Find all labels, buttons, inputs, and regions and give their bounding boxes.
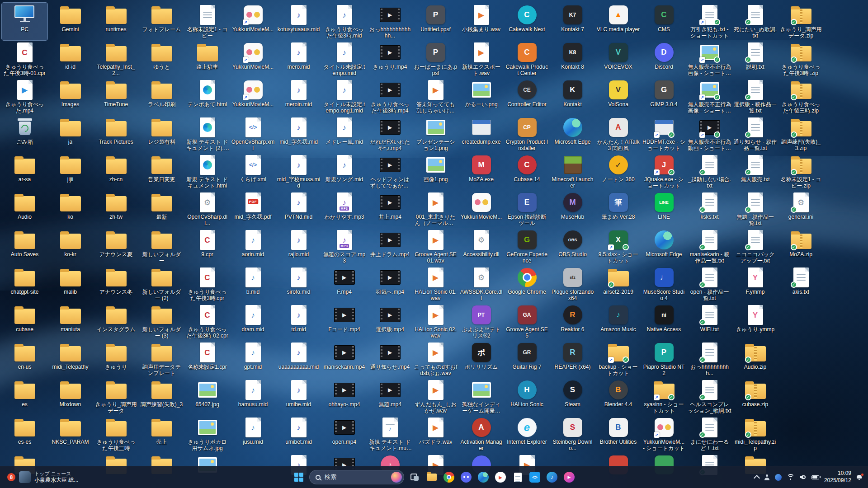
desktop-icon[interactable]: PC bbox=[2, 3, 47, 40]
desktop-icon[interactable]: CEController Editor bbox=[504, 78, 550, 115]
desktop-icon[interactable]: ♪b.mid bbox=[230, 265, 276, 303]
desktop-icon[interactable]: ja bbox=[47, 115, 93, 153]
desktop-icon[interactable]: PUntitled.ppsf bbox=[413, 3, 458, 40]
desktop-icon[interactable]: ▶↗✓無人販売不正行為動画 - ショートカット bbox=[687, 115, 732, 153]
desktop-icon[interactable]: ▶おっhhhhhhhhhhhh... bbox=[367, 3, 413, 40]
desktop-icon[interactable]: ↗✓HDDFMT.exe - ショートカット bbox=[641, 115, 687, 153]
desktop-icon[interactable]: 65407.jpg bbox=[184, 378, 230, 415]
desktop-icon[interactable]: ✓死にたい_ぬ歌詞.txt bbox=[732, 3, 778, 40]
desktop-icon[interactable]: jijii bbox=[47, 153, 93, 190]
desktop-icon[interactable]: ✓おっhhhhhhhhhh... bbox=[687, 340, 732, 378]
tray-user-icon[interactable] bbox=[764, 474, 770, 480]
desktop-icon[interactable]: J↗✓JQuake.exe - ショートカット bbox=[641, 153, 687, 190]
desktop-icon[interactable]: LINELINE bbox=[641, 190, 687, 228]
desktop-icon[interactable]: ♪jusu.mid bbox=[230, 415, 276, 453]
desktop-icon[interactable]: C名称未設定1.cpr bbox=[184, 340, 230, 378]
desktop-icon[interactable]: ♪meroin.mid bbox=[276, 78, 321, 115]
desktop-icon[interactable]: ✓manisekarin - 親作品一覧.txt bbox=[687, 228, 732, 265]
desktop-icon[interactable]: ▶バズドラ.wav bbox=[413, 415, 458, 453]
desktop-icon[interactable]: EEpson 接続診断ツール bbox=[504, 190, 550, 228]
desktop-icon[interactable]: ✓ksks.txt bbox=[687, 190, 732, 228]
desktop-icon[interactable]: ▶無題.mp4 bbox=[367, 378, 413, 415]
desktop-icon[interactable]: chatgpt-site bbox=[2, 265, 47, 303]
desktop-icon[interactable]: cubase bbox=[2, 303, 47, 340]
desktop-icon[interactable]: ↗✓無人販売不正行為画像 - ショートカッ... bbox=[687, 40, 732, 78]
desktop-icon[interactable]: GAGroove Agent SE 5 bbox=[504, 303, 550, 340]
desktop-icon[interactable]: Yきゅうり.ymmp bbox=[732, 303, 778, 340]
desktop-icon[interactable]: ✓ニコニコバックアップ一.txt bbox=[732, 228, 778, 265]
desktop-icon[interactable]: MMuseHub bbox=[550, 190, 595, 228]
desktop-icon[interactable]: アナウンス夏 bbox=[93, 228, 139, 265]
desktop-icon[interactable]: 孤独なインディーゲーム開発者の一生... bbox=[458, 378, 504, 415]
desktop-icon[interactable]: ごみ箱 bbox=[2, 115, 47, 153]
taskbar-app-media-player[interactable] bbox=[492, 468, 509, 486]
desktop-icon[interactable]: RREAPER (x64) bbox=[550, 340, 595, 378]
desktop-icon[interactable]: ▲VLC media player bbox=[595, 3, 641, 40]
taskbar-app-microsoft-edge[interactable] bbox=[475, 468, 492, 486]
desktop-icon[interactable]: ↗YukkuriMovieM... - ショートカット bbox=[641, 415, 687, 453]
desktop-icon[interactable]: Track Pictures bbox=[93, 115, 139, 153]
desktop-icon[interactable]: 名称未設定1 - コピー bbox=[184, 3, 230, 40]
desktop-icon[interactable]: ko bbox=[47, 190, 93, 228]
desktop-icon[interactable]: ▶羽気へ.mp4 bbox=[367, 265, 413, 303]
desktop-icon[interactable]: ▶HALion Sonic 02.wav bbox=[413, 303, 458, 340]
desktop-icon[interactable]: ✓open - 親作品一覧.txt bbox=[687, 265, 732, 303]
taskbar-app-notepad[interactable] bbox=[509, 468, 526, 486]
desktop-icon[interactable]: ar-sa bbox=[2, 153, 47, 190]
desktop-icon[interactable]: Gemini bbox=[47, 3, 93, 40]
desktop-icon[interactable]: ✓調声練習(失敗)_3.zip bbox=[778, 115, 824, 153]
desktop-icon[interactable]: DDiscord bbox=[641, 40, 687, 78]
desktop-icon[interactable]: ♩MuseScore Studio 4 bbox=[641, 265, 687, 303]
desktop-icon[interactable]: ▶こってものdすおfdsbぶぉ.wav bbox=[413, 340, 458, 378]
desktop-icon[interactable]: ✓無人販売.txt bbox=[732, 153, 778, 190]
desktop-icon[interactable]: VVOICEVOX bbox=[595, 40, 641, 78]
desktop-icon[interactable]: C9.cpr bbox=[184, 228, 230, 265]
desktop-icon[interactable]: ♪きゅうり食べった午後3時.mid bbox=[321, 3, 367, 40]
desktop-icon[interactable]: ✓MoZA.zip bbox=[778, 228, 824, 265]
desktop-icon[interactable]: Google Chrome bbox=[504, 265, 550, 303]
desktop-icon[interactable]: AActivation Manager bbox=[458, 415, 504, 453]
desktop-icon[interactable]: ▶ヘッドフォンはずしてでぁかつin.mp4 bbox=[367, 153, 413, 190]
desktop-icon[interactable]: BBrother Utilities bbox=[595, 415, 641, 453]
desktop-icon[interactable]: ↗YukkuriMovieM... bbox=[230, 78, 276, 115]
desktop-icon[interactable]: Cきゅうり食べった午後3時-02.cpr bbox=[184, 303, 230, 340]
desktop-icon[interactable]: es bbox=[2, 378, 47, 415]
desktop-icon[interactable]: Microsoft Edge bbox=[550, 115, 595, 153]
desktop-icon[interactable]: PPiapro Studio NT2 bbox=[641, 340, 687, 378]
desktop-icon[interactable]: ▶Groove Agent SE 01.wav bbox=[413, 228, 458, 265]
desktop-icon[interactable]: ✓選択版 - 親作品一覧.txt bbox=[732, 78, 778, 115]
desktop-icon[interactable]: ▶通り知らせ.mp4 bbox=[367, 340, 413, 378]
desktop-icon[interactable]: ▶open.mp4 bbox=[321, 415, 367, 453]
desktop-icon[interactable]: ♪新規ソング.mid bbox=[321, 153, 367, 190]
desktop-icon[interactable]: OBSOBS Studio bbox=[550, 228, 595, 265]
taskbar-app-discord[interactable] bbox=[458, 468, 475, 486]
desktop-icon[interactable]: </>くらげ.xml bbox=[230, 153, 276, 190]
desktop-icon[interactable]: ▶きゅうり.mp4 bbox=[367, 40, 413, 78]
desktop-icon[interactable]: プレゼンテーション1.png bbox=[413, 115, 458, 153]
desktop-icon[interactable]: ♪メドレー風.mid bbox=[321, 115, 367, 153]
desktop-icon[interactable]: ラベル印刷 bbox=[139, 78, 184, 115]
volume-icon[interactable] bbox=[800, 474, 807, 480]
desktop-icon[interactable]: HHALion Sonic bbox=[504, 378, 550, 415]
desktop-icon[interactable]: maniuta bbox=[47, 303, 93, 340]
desktop-icon[interactable]: ▶きゅうり食べった午後3時.mp4 bbox=[367, 78, 413, 115]
desktop-icon[interactable]: Images bbox=[47, 78, 93, 115]
tray-app-icon[interactable] bbox=[775, 474, 782, 481]
desktop-icon[interactable]: PTぷよぷよ™テトリス®2 bbox=[458, 303, 504, 340]
desktop-icon[interactable]: きゅうりボカロ用サムネ.jpg bbox=[184, 415, 230, 453]
desktop-icon[interactable]: ↗YukkuriMovieM... bbox=[230, 3, 276, 40]
desktop-icon[interactable]: TimeTune bbox=[93, 78, 139, 115]
desktop-icon[interactable]: ♪mid_字久我.mid bbox=[276, 115, 321, 153]
notification-bell-icon[interactable] bbox=[856, 474, 863, 480]
desktop-icon[interactable]: ♪umibet.mid bbox=[276, 415, 321, 453]
desktop-icon[interactable]: RReaktor 6 bbox=[550, 303, 595, 340]
desktop-icon[interactable]: GGIMP 3.0.4 bbox=[641, 78, 687, 115]
desktop-icon[interactable]: ♪Amazon Music bbox=[595, 303, 641, 340]
desktop-icon[interactable]: ✓通り知らせ - 親作品一覧.txt bbox=[732, 115, 778, 153]
desktop-icon[interactable]: zh-tw bbox=[93, 190, 139, 228]
desktop-icon[interactable]: K8Kontakt 8 bbox=[550, 40, 595, 78]
desktop-icon[interactable]: 新しいフォルダー (3) bbox=[139, 303, 184, 340]
desktop-icon[interactable]: ✓cubase.zip bbox=[732, 378, 778, 415]
desktop-icon[interactable]: ▶選択版.mp4 bbox=[367, 303, 413, 340]
desktop-icon[interactable]: ▶だれだFXいれたやつ.mp4 bbox=[367, 115, 413, 153]
